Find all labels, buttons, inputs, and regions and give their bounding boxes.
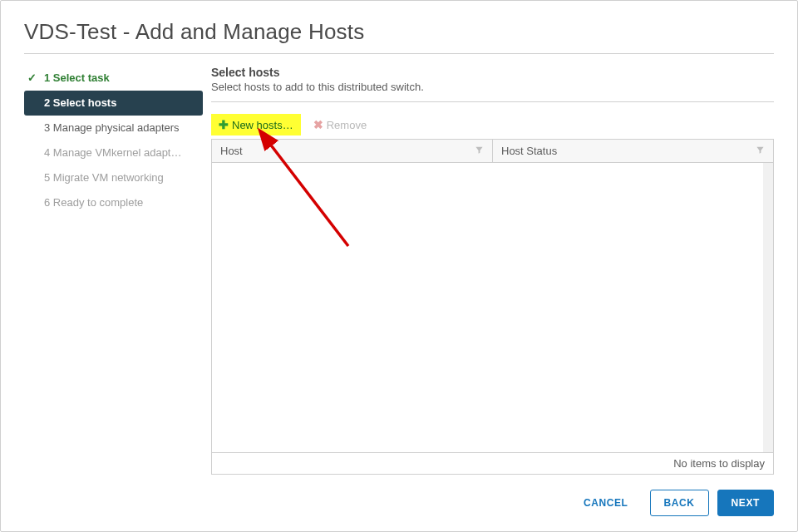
dialog-title: VDS-Test - Add and Manage Hosts bbox=[24, 19, 774, 45]
next-button[interactable]: NEXT bbox=[717, 490, 774, 516]
wizard-step-label: 1 Select task bbox=[44, 71, 110, 84]
x-icon: ✖ bbox=[313, 118, 323, 131]
wizard-steps: ✓ 1 Select task 2 Select hosts 3 Manage … bbox=[24, 66, 211, 475]
wizard-step-manage-physical-adapters[interactable]: 3 Manage physical adapters bbox=[24, 116, 203, 140]
wizard-dialog: VDS-Test - Add and Manage Hosts ✓ 1 Sele… bbox=[0, 0, 798, 532]
filter-icon[interactable] bbox=[756, 145, 765, 157]
wizard-step-label: 3 Manage physical adapters bbox=[44, 121, 180, 134]
wizard-step-select-hosts[interactable]: 2 Select hosts bbox=[24, 91, 203, 116]
filter-icon[interactable] bbox=[475, 145, 484, 157]
wizard-step-migrate-vm-networking: 5 Migrate VM networking bbox=[24, 165, 203, 190]
column-header-host[interactable]: Host bbox=[212, 140, 493, 162]
wizard-step-label: 2 Select hosts bbox=[44, 96, 116, 109]
grid-footer: No items to display bbox=[212, 452, 773, 474]
wizard-step-label: 4 Manage VMkernel adapt… bbox=[44, 146, 181, 159]
remove-label: Remove bbox=[327, 119, 367, 131]
new-hosts-button[interactable]: ✚ New hosts… bbox=[211, 114, 301, 135]
column-header-host-status[interactable]: Host Status bbox=[493, 140, 773, 162]
grid-body bbox=[212, 163, 773, 452]
empty-text: No items to display bbox=[673, 457, 765, 470]
panel-header: Select hosts Select hosts to add to this… bbox=[211, 66, 774, 102]
plus-icon: ✚ bbox=[219, 118, 229, 131]
main-panel: Select hosts Select hosts to add to this… bbox=[211, 66, 774, 475]
dialog-footer: CANCEL BACK NEXT bbox=[24, 475, 774, 516]
wizard-step-label: 5 Migrate VM networking bbox=[44, 171, 164, 184]
wizard-step-label: 6 Ready to complete bbox=[44, 196, 143, 209]
cancel-button[interactable]: CANCEL bbox=[570, 490, 642, 515]
dialog-header: VDS-Test - Add and Manage Hosts bbox=[24, 19, 774, 54]
column-label: Host bbox=[220, 145, 243, 157]
grid-header: Host Host Status bbox=[212, 140, 773, 163]
wizard-step-ready-to-complete: 6 Ready to complete bbox=[24, 190, 203, 215]
toolbar: ✚ New hosts… ✖ Remove bbox=[211, 114, 774, 135]
remove-button: ✖ Remove bbox=[306, 114, 374, 135]
panel-title: Select hosts bbox=[211, 66, 774, 79]
hosts-grid: Host Host Status No items to display bbox=[211, 139, 774, 475]
wizard-step-select-task[interactable]: ✓ 1 Select task bbox=[24, 66, 203, 91]
new-hosts-label: New hosts… bbox=[232, 119, 293, 131]
panel-description: Select hosts to add to this distributed … bbox=[211, 81, 774, 93]
column-label: Host Status bbox=[501, 145, 557, 157]
check-icon: ✓ bbox=[27, 71, 37, 86]
wizard-step-manage-vmkernel-adapters: 4 Manage VMkernel adapt… bbox=[24, 140, 203, 165]
dialog-body: ✓ 1 Select task 2 Select hosts 3 Manage … bbox=[24, 66, 774, 475]
back-button[interactable]: BACK bbox=[650, 490, 709, 516]
